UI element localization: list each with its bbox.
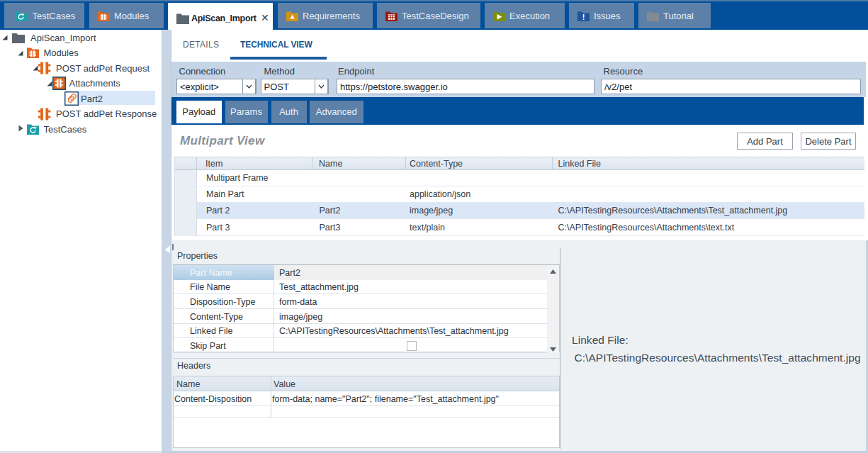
svg-text:!: ! (582, 13, 585, 21)
